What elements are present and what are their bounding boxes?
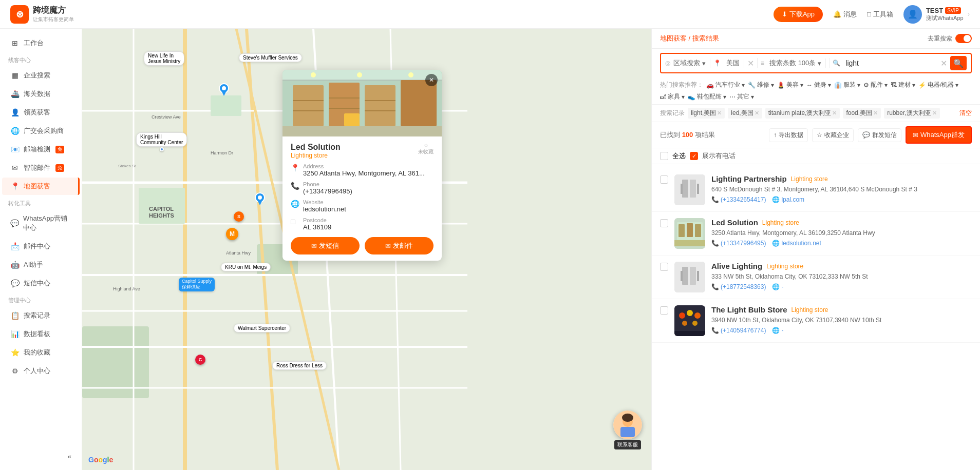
result-1-checkbox[interactable] [660, 175, 668, 184]
result-item-4[interactable]: The Light Bulb Store Lighting store 3940… [652, 299, 980, 343]
hot-tag-shoes[interactable]: 👟鞋包配饰▾ [688, 92, 726, 101]
pin-kru[interactable]: KRU on Mt. Meigs [221, 263, 271, 271]
svg-rect-34 [293, 85, 324, 126]
svg-text:CAPITOL: CAPITOL [149, 206, 174, 212]
result-4-phone[interactable]: 📞 (+14059476774) [711, 327, 766, 334]
search-submit-btn[interactable]: 🔍 [950, 56, 967, 70]
search-count-btn[interactable]: 搜索条数 100条 ▾ [767, 58, 826, 68]
result-1-phone[interactable]: 📞 (+13342654417) [711, 196, 766, 203]
sidebar-item-email-detect[interactable]: 📧 邮箱检测 免 [2, 141, 80, 158]
result-1-placeholder [674, 174, 705, 205]
search-input[interactable] [843, 58, 937, 68]
history-tag-1-close[interactable]: ✕ [717, 110, 722, 116]
history-tag-3-close[interactable]: ✕ [832, 110, 837, 116]
fair-icon: 🌐 [10, 127, 20, 135]
hot-tag-auto[interactable]: 🚗汽车行业▾ [706, 81, 745, 89]
hot-tag-clothing[interactable]: 👔服装▾ [834, 81, 860, 89]
popup-email-btn[interactable]: ✉ 发邮件 [365, 237, 434, 254]
hot-tag-materials[interactable]: 🏗建材▾ [891, 81, 915, 89]
history-tag-2-close[interactable]: ✕ [755, 110, 759, 116]
pin-auto-wrecker[interactable] [218, 83, 230, 99]
group-sms-btn[interactable]: 💬 群发短信 [858, 128, 901, 142]
search-clear-icon[interactable]: ✕ [940, 58, 947, 68]
sidebar-item-favorites[interactable]: ⭐ 我的收藏 [2, 344, 80, 361]
popup-sms-btn[interactable]: ✉ 发短信 [291, 237, 360, 254]
result-3-checkbox[interactable] [660, 263, 668, 271]
nav-messages[interactable]: 🔔 消息 [833, 10, 857, 19]
pin-community-center[interactable]: Kings HillCommunity Center [136, 132, 187, 152]
result-item-3[interactable]: Alive Lighting Lighting store 333 NW 5th… [652, 256, 980, 299]
sidebar-item-email-center[interactable]: 📩 邮件中心 [2, 238, 80, 255]
history-tag-2[interactable]: led,美国 ✕ [728, 108, 762, 119]
history-tag-4-close[interactable]: ✕ [873, 110, 878, 116]
pin-walmart[interactable]: Walmart Supercenter [234, 324, 290, 332]
sidebar-label-workspace: 工作台 [24, 38, 44, 48]
sidebar-collapse-btn[interactable]: « [2, 448, 80, 464]
hot-tag-other[interactable]: ⋯其它▾ [729, 92, 754, 101]
country-clear-icon[interactable]: ✕ [747, 58, 754, 68]
hot-tag-repair[interactable]: 🔧维修▾ [748, 81, 774, 89]
pin-led-solution[interactable] [254, 192, 266, 208]
sidebar-item-biz-search[interactable]: ▦ 企业搜索 [2, 67, 80, 84]
popup-favorite-btn[interactable]: ☆ 未收藏 [418, 143, 434, 155]
svg-rect-71 [674, 331, 705, 336]
sidebar-item-whatsapp[interactable]: 💬 WhatsApp营销中心 [2, 210, 80, 237]
favorite-company-btn[interactable]: ☆ 收藏企业 [812, 128, 854, 142]
clear-all-history-btn[interactable]: 清空 [959, 109, 972, 118]
customer-service[interactable]: 联系客服 [613, 410, 642, 449]
sidebar-item-customs[interactable]: 🚢 海关数据 [2, 85, 80, 103]
sidebar-item-visitors[interactable]: 👤 领英获客 [2, 104, 80, 121]
hot-tag-electronics[interactable]: ⚡电器/机器▾ [918, 81, 958, 89]
result-4-website[interactable]: 🌐 - [772, 327, 783, 334]
history-tag-5-close[interactable]: ✕ [932, 110, 937, 116]
download-button[interactable]: ⬇ 下载App [774, 7, 823, 22]
history-tag-5[interactable]: rubber,澳大利亚 ✕ [884, 108, 939, 119]
result-2-website[interactable]: 🌐 ledsolution.net [772, 240, 821, 247]
history-tag-4[interactable]: food,美国 ✕ [843, 108, 881, 119]
hot-tag-beauty[interactable]: 💄美容▾ [777, 81, 803, 89]
hot-tag-parts[interactable]: ⚙配件▾ [863, 81, 888, 89]
result-item-1[interactable]: Lighting Partnership Lighting store 640 … [652, 168, 980, 212]
pin-ministry[interactable]: New Life InJesus Ministry [144, 51, 184, 66]
sidebar-item-map-client[interactable]: 📍 地图获客 [2, 178, 80, 195]
search-region-btn[interactable]: 区域搜索 ▾ [673, 58, 710, 68]
pin-capitol-supply[interactable]: Capitol Supply保鲜供应 [179, 278, 215, 291]
hot-tag-furniture[interactable]: 🛋家具▾ [660, 92, 685, 101]
sidebar-item-personal[interactable]: ⚙ 个人中心 [2, 362, 80, 380]
nav-tools[interactable]: □ 工具箱 [867, 10, 893, 19]
sidebar-item-search-records[interactable]: 📋 搜索记录 [2, 307, 80, 324]
pin-chickfila[interactable]: C [195, 355, 205, 365]
history-tag-3[interactable]: titanium plate,澳大利亚 ✕ [765, 108, 840, 119]
result-3-phone[interactable]: 📞 (+18772548363) [711, 283, 766, 290]
pin-muffler[interactable]: Steve's Muffler Services [239, 53, 302, 62]
result-1-website[interactable]: 🌐 lpal.com [772, 196, 804, 203]
location-icon: 📍 [291, 164, 299, 172]
sidebar-item-sms[interactable]: 💬 短信中心 [2, 275, 80, 292]
result-3-website[interactable]: 🌐 - [772, 283, 783, 290]
select-all-checkbox[interactable] [660, 152, 668, 160]
export-icon: ↑ [774, 131, 777, 139]
pin-shelleys[interactable]: S [234, 211, 244, 222]
sidebar-item-ai[interactable]: 🤖 AI助手 [2, 256, 80, 273]
hot-tag-fitness[interactable]: ↔健身▾ [806, 81, 831, 89]
result-4-checkbox[interactable] [660, 306, 668, 315]
history-tag-1[interactable]: light,美国 ✕ [688, 108, 725, 119]
sidebar-item-smart-mail[interactable]: ✉ 智能邮件 免 [2, 159, 80, 177]
show-phone-checkbox[interactable]: ✓ [690, 152, 698, 160]
search-country-btn[interactable]: 美国 [724, 58, 744, 68]
svg-marker-29 [221, 91, 227, 96]
sidebar-item-data-board[interactable]: 📊 数据看板 [2, 325, 80, 343]
popup-close-btn[interactable]: ✕ [425, 74, 438, 86]
result-2-checkbox[interactable] [660, 219, 668, 227]
sidebar-item-workspace[interactable]: ⊞ 工作台 [2, 34, 80, 52]
toggle-switch[interactable] [955, 34, 972, 43]
export-data-btn[interactable]: ↑ 导出数据 [769, 128, 808, 142]
sidebar-item-fair[interactable]: 🌐 广交会采购商 [2, 122, 80, 140]
pin-mcdonalds[interactable]: M [226, 228, 238, 240]
result-3-placeholder [674, 262, 705, 292]
result-item-2[interactable]: Led Solution Lighting store 3250 Atlanta… [652, 212, 980, 256]
whatsapp-group-btn[interactable]: ✉ WhatsApp群发 [906, 126, 972, 144]
result-2-phone[interactable]: 📞 (+13347996495) [711, 240, 766, 247]
pin-ross[interactable]: Ross Dress for Less [272, 361, 327, 370]
location-pin-icon: 📍 [713, 60, 721, 67]
